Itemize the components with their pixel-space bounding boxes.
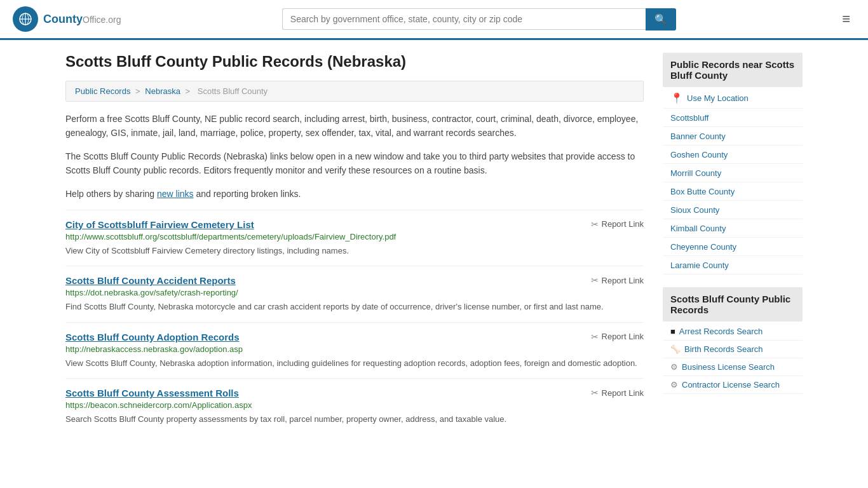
header: CountyOffice.org 🔍 ≡ [0,0,868,40]
sidebar-link-cheyenne[interactable]: Cheyenne County [670,242,736,252]
birth-icon: 🦴 [670,344,681,354]
report-link-button[interactable]: ✂ Report Link [591,275,644,285]
breadcrumb-nebraska[interactable]: Nebraska [145,86,180,96]
report-icon: ✂ [591,219,599,229]
logo-icon [13,6,38,32]
sidebar-item-goshen: Goshen County [663,146,803,164]
record-url: http://nebraskaccess.nebraska.gov/adopti… [65,344,644,354]
sidebar-link-arrest[interactable]: Arrest Records Search [679,327,763,336]
search-area: 🔍 [282,8,676,30]
sidebar-item-business: ⚙ Business License Search [663,358,803,376]
sidebar-link-birth[interactable]: Birth Records Search [684,344,763,354]
records-list: City of Scottsbluff Fairview Cemetery Li… [65,210,644,435]
business-icon: ⚙ [670,362,678,372]
report-link-button[interactable]: ✂ Report Link [591,332,644,342]
record-header: Scotts Bluff County Assessment Rolls ✂ R… [65,388,644,398]
sidebar-item-cheyenne: Cheyenne County [663,238,803,256]
header-right: ≡ [837,8,855,30]
description-3: Help others by sharing new links and rep… [65,187,644,201]
sidebar-link-laramie[interactable]: Laramie County [670,261,729,270]
record-header: Scotts Bluff County Adoption Records ✂ R… [65,332,644,342]
arrest-icon: ■ [670,327,675,336]
sidebar-link-goshen[interactable]: Goshen County [670,150,728,159]
report-icon: ✂ [591,275,599,285]
logo-area: CountyOffice.org [13,6,121,32]
report-link-button[interactable]: ✂ Report Link [591,388,644,398]
record-header: City of Scottsbluff Fairview Cemetery Li… [65,219,644,230]
content-area: Scotts Bluff County Public Records (Nebr… [65,53,644,435]
sidebar: Public Records near Scotts Bluff County … [663,53,803,435]
record-header: Scotts Bluff County Accident Reports ✂ R… [65,275,644,286]
sidebar-item-banner: Banner County [663,127,803,146]
sidebar-nearby-list: 📍 Use My Location Scottsbluff Banner Cou… [663,88,803,274]
breadcrumb-county: Scotts Bluff County [198,86,268,96]
sidebar-item-contractor: ⚙ Contractor License Search [663,376,803,394]
record-url: https://beacon.schneidercorp.com/Applica… [65,400,644,410]
sidebar-records-header: Scotts Bluff County Public Records [663,287,803,322]
report-link-button[interactable]: ✂ Report Link [591,219,644,229]
record-item: Scotts Bluff County Assessment Rolls ✂ R… [65,378,644,435]
record-desc: Search Scotts Bluff County property asse… [65,413,644,426]
sidebar-link-boxbutte[interactable]: Box Butte County [670,187,735,196]
main-container: Scotts Bluff County Public Records (Nebr… [53,40,815,435]
record-title[interactable]: Scotts Bluff County Accident Reports [65,275,236,286]
sidebar-item-morrill: Morrill County [663,164,803,182]
record-title[interactable]: Scotts Bluff County Adoption Records [65,332,240,342]
use-location-link[interactable]: Use My Location [687,93,749,103]
sidebar-link-business[interactable]: Business License Search [682,362,775,372]
search-input[interactable] [282,8,646,30]
description-2: The Scotts Bluff County Public Records (… [65,149,644,178]
sidebar-link-contractor[interactable]: Contractor License Search [682,380,780,390]
record-item: Scotts Bluff County Adoption Records ✂ R… [65,322,644,379]
sidebar-item-sioux: Sioux County [663,201,803,219]
record-desc: View City of Scottsbluff Fairview Cemete… [65,245,644,257]
page-title: Scotts Bluff County Public Records (Nebr… [65,53,644,71]
record-item: Scotts Bluff County Accident Reports ✂ R… [65,266,644,322]
sidebar-nearby-header: Public Records near Scotts Bluff County [663,53,803,87]
menu-button[interactable]: ≡ [837,8,855,30]
logo-text: CountyOffice.org [43,13,121,26]
sidebar-item-kimball: Kimball County [663,219,803,238]
record-title[interactable]: City of Scottsbluff Fairview Cemetery Li… [65,219,254,230]
breadcrumb-public-records[interactable]: Public Records [75,86,130,96]
sidebar-link-sioux[interactable]: Sioux County [670,205,719,215]
report-icon: ✂ [591,388,599,398]
new-links[interactable]: new links [157,189,194,199]
record-url: https://dot.nebraska.gov/safety/crash-re… [65,288,644,297]
description-1: Perform a free Scotts Bluff County, NE p… [65,112,644,140]
report-icon: ✂ [591,332,599,342]
breadcrumb: Public Records > Nebraska > Scotts Bluff… [65,81,644,102]
sidebar-item-boxbutte: Box Butte County [663,182,803,201]
sidebar-nearby-section: Public Records near Scotts Bluff County … [663,53,803,274]
record-desc: View Scotts Bluff County, Nebraska adopt… [65,357,644,370]
record-item: City of Scottsbluff Fairview Cemetery Li… [65,210,644,266]
sidebar-link-kimball[interactable]: Kimball County [670,224,726,233]
use-location-item[interactable]: 📍 Use My Location [663,88,803,109]
sidebar-item-scottsbluff: Scottsbluff [663,109,803,127]
sidebar-item-laramie: Laramie County [663,256,803,274]
record-desc: Find Scotts Bluff County, Nebraska motor… [65,301,644,313]
sidebar-item-birth: 🦴 Birth Records Search [663,341,803,358]
sidebar-item-arrest: ■ Arrest Records Search [663,323,803,341]
search-button[interactable]: 🔍 [646,8,676,30]
record-title[interactable]: Scotts Bluff County Assessment Rolls [65,388,239,398]
location-pin-icon: 📍 [670,92,683,104]
search-icon: 🔍 [654,14,667,25]
sidebar-records-list: ■ Arrest Records Search 🦴 Birth Records … [663,323,803,394]
record-url: http://www.scottsbluff.org/scottsbluff/d… [65,232,644,241]
sidebar-records-section: Scotts Bluff County Public Records ■ Arr… [663,287,803,394]
menu-icon: ≡ [842,11,850,27]
sidebar-link-morrill[interactable]: Morrill County [670,168,721,178]
contractor-icon: ⚙ [670,380,678,390]
sidebar-link-banner[interactable]: Banner County [670,132,726,141]
sidebar-link-scottsbluff[interactable]: Scottsbluff [670,113,709,123]
